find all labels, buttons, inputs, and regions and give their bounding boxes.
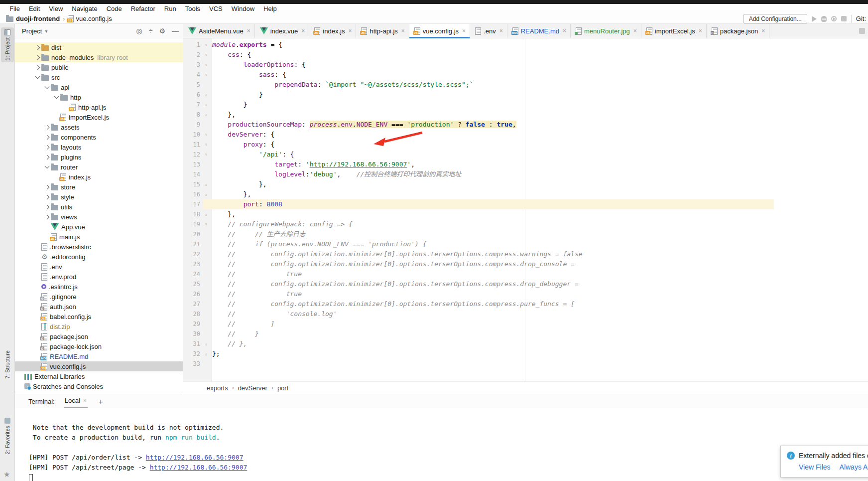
tree-item-External Libraries[interactable]: External Libraries xyxy=(15,371,183,381)
fold-marker-icon[interactable]: ▵ xyxy=(200,349,212,359)
tree-chevron-icon[interactable] xyxy=(43,215,51,219)
tab-menuRouter.jpg[interactable]: menuRouter.jpg× xyxy=(571,24,641,38)
tab-AsideMenu.vue[interactable]: AsideMenu.vue× xyxy=(183,24,255,38)
chevron-down-icon[interactable]: ▾ xyxy=(45,28,47,34)
tab-http-api.js[interactable]: JShttp-api.js× xyxy=(356,24,409,38)
fold-marker-icon[interactable]: ▿ xyxy=(200,130,212,140)
tree-item-public[interactable]: public xyxy=(15,62,183,72)
tree-item-App.vue[interactable]: App.vue xyxy=(15,222,183,232)
fold-marker-icon[interactable]: ▵ xyxy=(200,100,212,110)
breadcrumb-project[interactable]: duoji-frontend xyxy=(16,15,60,22)
fold-marker-icon[interactable]: ▿ xyxy=(200,140,212,150)
tree-item-.env.prod[interactable]: .env.prod xyxy=(15,272,183,282)
tree-item-babel.config.js[interactable]: JSbabel.config.js xyxy=(15,312,183,321)
menu-item-window[interactable]: Window xyxy=(227,4,259,13)
tab-README.md[interactable]: MDREADME.md× xyxy=(507,24,571,38)
tree-item-router[interactable]: router xyxy=(15,162,183,172)
coverage-icon[interactable] xyxy=(831,16,837,21)
new-terminal-icon[interactable]: + xyxy=(99,397,103,408)
fold-marker-icon[interactable]: ▿ xyxy=(200,50,212,60)
tree-item-node_modules[interactable]: node_moduleslibrary root xyxy=(15,52,183,62)
collapse-all-icon[interactable]: ÷ xyxy=(149,27,153,35)
fold-marker-icon[interactable]: ▵ xyxy=(200,209,212,219)
tab-index.js[interactable]: JSindex.js× xyxy=(309,24,356,38)
stripe-button-favorites[interactable]: 2: Favorites xyxy=(1,418,14,454)
tree-chevron-icon[interactable] xyxy=(34,66,41,69)
hidden-tabs-icon[interactable] xyxy=(859,28,865,34)
tree-item-importExcel.js[interactable]: JSimportExcel.js xyxy=(15,112,183,122)
tab-.env[interactable]: .env× xyxy=(470,24,507,38)
tree-item-store[interactable]: store xyxy=(15,182,183,192)
fold-marker-icon[interactable]: ▿ xyxy=(200,70,212,80)
tab-vue.config.js[interactable]: JSvue.config.js× xyxy=(409,24,470,38)
tree-item-components[interactable]: components xyxy=(15,132,183,142)
terminal-link[interactable]: http://192.168.66.56:9007 xyxy=(146,454,244,461)
menu-item-view[interactable]: View xyxy=(44,4,67,13)
tree-item-.editorconfig[interactable]: ⚙.editorconfig xyxy=(15,252,183,262)
fold-marker-icon[interactable]: ▵ xyxy=(200,179,212,189)
project-panel-title[interactable]: Project xyxy=(22,27,42,35)
locate-icon[interactable]: ◎ xyxy=(136,27,142,35)
terminal-tab-local[interactable]: Local × xyxy=(64,397,88,408)
editor-breadcrumb-devServer[interactable]: devServer xyxy=(238,384,267,392)
tree-item-style[interactable]: style xyxy=(15,192,183,202)
tree-item-.browserslistrc[interactable]: .browserslistrc xyxy=(15,242,183,252)
close-icon[interactable]: × xyxy=(462,27,466,34)
close-icon[interactable]: × xyxy=(633,27,637,34)
tree-item-src[interactable]: src xyxy=(15,72,183,82)
tree-item-auth.json[interactable]: {}auth.json xyxy=(15,302,183,312)
menu-item-vcs[interactable]: VCS xyxy=(205,4,227,13)
tree-chevron-icon[interactable] xyxy=(34,56,41,59)
fold-marker-icon[interactable]: ▿ xyxy=(200,60,212,70)
tree-chevron-icon[interactable] xyxy=(53,96,60,98)
tree-item-package-lock.json[interactable]: {}package-lock.json xyxy=(15,341,183,351)
tree-chevron-icon[interactable] xyxy=(43,156,51,159)
star-icon[interactable]: ★ xyxy=(3,470,10,479)
fold-marker-icon[interactable]: ▿ xyxy=(200,150,212,160)
close-icon[interactable]: × xyxy=(761,27,765,34)
tree-chevron-icon[interactable] xyxy=(34,46,41,49)
tree-item-.eslintrc.js[interactable]: .eslintrc.js xyxy=(15,282,183,292)
menu-item-file[interactable]: File xyxy=(5,4,24,13)
close-icon[interactable]: × xyxy=(247,27,250,34)
code-editor[interactable]: 1▿module.exports = {2▿ css: {3▿ loaderOp… xyxy=(183,38,868,381)
terminal-link[interactable]: http://192.168.66.56:9007 xyxy=(150,464,248,471)
close-icon[interactable]: × xyxy=(301,27,305,34)
stripe-button-project[interactable]: 1: Project xyxy=(1,27,14,62)
add-configuration-button[interactable]: Add Configuration... xyxy=(744,14,807,23)
menu-item-edit[interactable]: Edit xyxy=(24,4,44,13)
tab-package.json[interactable]: {}package.json× xyxy=(707,24,770,38)
stripe-button-structure[interactable]: 7: Structure xyxy=(1,350,14,379)
stop-icon[interactable] xyxy=(841,16,847,21)
tree-chevron-icon[interactable] xyxy=(43,185,51,189)
fold-marker-icon[interactable]: ▵ xyxy=(200,189,212,199)
tree-chevron-icon[interactable] xyxy=(43,126,51,129)
tree-item-api[interactable]: api xyxy=(15,82,183,92)
tree-item-.env[interactable]: .env xyxy=(15,262,183,272)
run-icon[interactable] xyxy=(812,16,817,22)
close-icon[interactable]: × xyxy=(699,27,702,34)
tree-item-Scratches and Consoles[interactable]: Scratches and Consoles xyxy=(15,381,183,391)
tree-item-assets[interactable]: assets xyxy=(15,122,183,132)
view-files-link[interactable]: View Files xyxy=(799,463,831,471)
tree-item-README.md[interactable]: MDREADME.md xyxy=(15,351,183,361)
tree-chevron-icon[interactable] xyxy=(43,86,51,88)
fold-marker-icon[interactable]: ▿ xyxy=(200,40,212,50)
fold-marker-icon[interactable]: ▵ xyxy=(200,90,212,100)
menu-item-help[interactable]: Help xyxy=(259,4,281,13)
tree-chevron-icon[interactable] xyxy=(43,205,51,209)
breadcrumb-file[interactable]: vue.config.js xyxy=(76,15,112,22)
close-icon[interactable]: × xyxy=(401,27,405,34)
fold-marker-icon[interactable]: ▿ xyxy=(200,219,212,229)
close-icon[interactable]: × xyxy=(563,27,566,34)
tree-item-main.js[interactable]: JSmain.js xyxy=(15,232,183,242)
tree-chevron-icon[interactable] xyxy=(43,136,51,139)
menu-item-run[interactable]: Run xyxy=(160,4,181,13)
tree-item-index.js[interactable]: JSindex.js xyxy=(15,172,183,182)
tree-item-vue.config.js[interactable]: JSvue.config.js xyxy=(15,361,183,371)
tab-index.vue[interactable]: index.vue× xyxy=(255,24,310,38)
tree-item-package.json[interactable]: {}package.json xyxy=(15,331,183,341)
tree-item-http-api.js[interactable]: JShttp-api.js xyxy=(15,102,183,112)
menu-item-code[interactable]: Code xyxy=(102,4,126,13)
hide-icon[interactable]: — xyxy=(172,27,179,35)
